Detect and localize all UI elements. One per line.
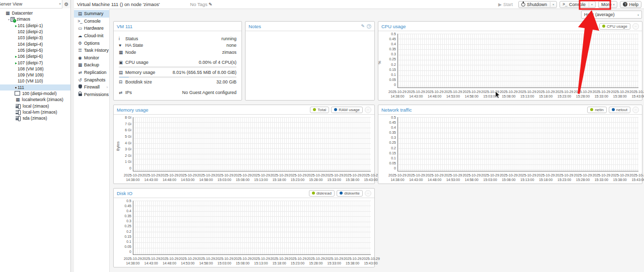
tree-item-label: 103 (dietpi-3) [18, 35, 43, 40]
tree-item-local[interactable]: local (zimaos) [0, 103, 70, 109]
status-row-bootdisk-size: ⊟Bootdisk size32.00 GiB [119, 79, 236, 86]
cpu-usage-chart-panel: CPU usageCPU usage−%0.50.450.40.350.30.2… [378, 21, 642, 101]
tree-item-label: 104 (dietpi-4) [18, 42, 43, 47]
menu-item-monitor[interactable]: ◉Monitor [74, 54, 109, 62]
book-icon: ▤ [77, 11, 83, 16]
tree-item-sda[interactable]: sda (zimaos) [0, 115, 70, 121]
memory-icon: ▤ [119, 70, 125, 75]
tree-item-label: 110 (VM 110) [18, 78, 43, 83]
menu-item-summary[interactable]: ▤Summary [74, 10, 109, 18]
legend-netin[interactable]: netin [587, 107, 606, 113]
menu-item-task-history[interactable]: ☰Task History [74, 47, 109, 54]
tree-item-108[interactable]: 108 (VM 108) [0, 66, 70, 72]
tree-item-109[interactable]: 109 (VM 109) [0, 72, 70, 78]
menu-item-permissions[interactable]: Permissions [74, 91, 109, 99]
tree-item-105[interactable]: 105 (dietpi-5) [0, 47, 70, 53]
chart-plot-area: Bytes8 Gi7 Gi6 Gi5 Gi4 Gi3 Gi2 Gi1 Gi020… [114, 115, 374, 184]
menu-item-console[interactable]: >_Console [74, 18, 109, 25]
vm-status-panel: VM 111 iStatusrunning♥HA Statenone▦Nodez… [113, 21, 242, 101]
status-row-ha-state: ♥HA Statenone [119, 42, 236, 49]
edit-notes-icon[interactable]: ✎ [361, 24, 365, 29]
menu-item-firewall[interactable]: Firewall› [74, 83, 109, 91]
menu-item-label: Task History [84, 48, 109, 53]
legend-netout[interactable]: netout [609, 107, 630, 113]
undo-zoom-icon[interactable]: − [632, 23, 639, 30]
menu-item-backup[interactable]: ▦Backup [74, 61, 109, 69]
legend-ram-usage[interactable]: RAM usage [331, 107, 363, 113]
node-icon: ✓ [11, 17, 15, 22]
gear-icon[interactable]: ⚙ [62, 0, 70, 9]
tree-item-datacenter[interactable]: ▦Datacenter [0, 10, 70, 16]
tree-item-107[interactable]: 107 (dietpi-7) [0, 59, 70, 65]
legend-diskread[interactable]: diskread [309, 190, 335, 197]
shutdown-button[interactable]: Shutdown ▾ [518, 1, 557, 8]
menu-item-snapshots[interactable]: ↺Snapshots [74, 76, 109, 83]
tree-item-label: Datacenter [12, 11, 33, 16]
legend-diskwrite[interactable]: diskwrite [337, 190, 363, 197]
storage-icon [16, 104, 21, 108]
chevron-down-icon[interactable]: ▾ [591, 3, 593, 6]
list-icon: ☰ [77, 48, 83, 53]
status-label: Status [125, 36, 138, 41]
tree-caret: ▾ [7, 18, 11, 21]
heartbeat-icon: ♥ [119, 43, 125, 48]
tree-view-selector[interactable]: Server View ▾ ⚙ [0, 0, 70, 9]
status-label: Node [125, 50, 136, 55]
tree-item-zimaos[interactable]: ▾✓zimaos [0, 16, 70, 22]
panel-title: VM 111 [117, 24, 132, 29]
help-circle-icon[interactable]: ? [367, 24, 371, 29]
status-value: running [221, 36, 236, 41]
chart-grid [397, 117, 638, 171]
tree-item-label: zimaos [17, 17, 30, 22]
disk-icon: ⊟ [119, 79, 125, 84]
legend-label: netout [616, 108, 627, 112]
tree-item-label: 105 (dietpi-5) [18, 48, 43, 53]
tree-item-label: 108 (VM 108) [18, 66, 44, 71]
storage-icon [16, 110, 21, 114]
tree-item-106[interactable]: 106 (dietpi-6) [0, 53, 70, 59]
tree-item-103[interactable]: 103 (dietpi-3) [0, 35, 70, 41]
tree-item-104[interactable]: 104 (dietpi-4) [0, 41, 70, 47]
more-button[interactable]: More ▾ [598, 1, 618, 8]
tree-item-label: 101 (dietpi-1) [18, 23, 43, 28]
tree-item-100[interactable]: 100 (dietpi-model) [0, 90, 70, 97]
undo-zoom-icon[interactable]: − [365, 190, 371, 197]
help-button[interactable]: ? Help [620, 1, 641, 8]
status-row-status: iStatusrunning [119, 35, 236, 42]
y-axis-label: % [377, 61, 382, 64]
usage-bar [119, 66, 236, 68]
edit-tags-icon[interactable]: ✎ [208, 2, 212, 7]
menu-item-label: Firewall [84, 84, 100, 89]
start-button[interactable]: ▶ Start [495, 1, 516, 8]
menu-item-replication[interactable]: ⇄Replication [74, 69, 109, 76]
menu-item-label: Hardware [84, 26, 104, 31]
menu-item-label: Options [84, 41, 100, 46]
menu-item-options[interactable]: ⚙Options [74, 39, 109, 47]
chart-plot-area: %0.50.450.40.350.30.250.20.150.10.050202… [378, 31, 642, 100]
timeframe-selector[interactable]: Hour (average) ▾ [581, 11, 642, 19]
tree-item-label: 109 (VM 109) [18, 72, 44, 77]
status-row-cpu-usage: ▣CPU usage0.00% of 4 CPU(s) [119, 59, 236, 66]
menu-item-cloud-init[interactable]: ☁Cloud-Init [74, 32, 109, 40]
console-button[interactable]: >_ Console ▾ [559, 1, 596, 8]
undo-zoom-icon[interactable]: − [365, 107, 371, 113]
undo-zoom-icon[interactable]: − [632, 107, 639, 113]
cpu-icon: ▣ [119, 60, 125, 65]
building-icon: ▦ [119, 50, 125, 55]
legend-total[interactable]: Total [310, 107, 329, 113]
tree-item-102[interactable]: 102 (dietpi-2) [0, 29, 70, 35]
legend-label: Total [317, 108, 326, 112]
tree-item-110[interactable]: 110 (VM 110) [0, 78, 70, 84]
legend-cpu-usage[interactable]: CPU usage [599, 23, 630, 30]
status-row-node: ▦Nodezimaos [119, 49, 236, 56]
menu-item-label: Cloud-Init [84, 33, 104, 38]
tree-item-local-lvm[interactable]: local-lvm (zimaos) [0, 109, 70, 115]
tree-item-label: 111 [18, 85, 24, 90]
menu-item-hardware[interactable]: ▭Hardware [74, 25, 109, 32]
tree-item-localnetwork[interactable]: ▦localnetwork (zimaos) [0, 97, 70, 103]
running-badge [15, 62, 17, 64]
chevron-down-icon[interactable]: ▾ [552, 3, 554, 6]
tree-item-111[interactable]: 111 [0, 84, 70, 90]
tree-item-101[interactable]: 101 (dietpi-1) [0, 23, 70, 29]
status-label: HA State [125, 43, 143, 48]
